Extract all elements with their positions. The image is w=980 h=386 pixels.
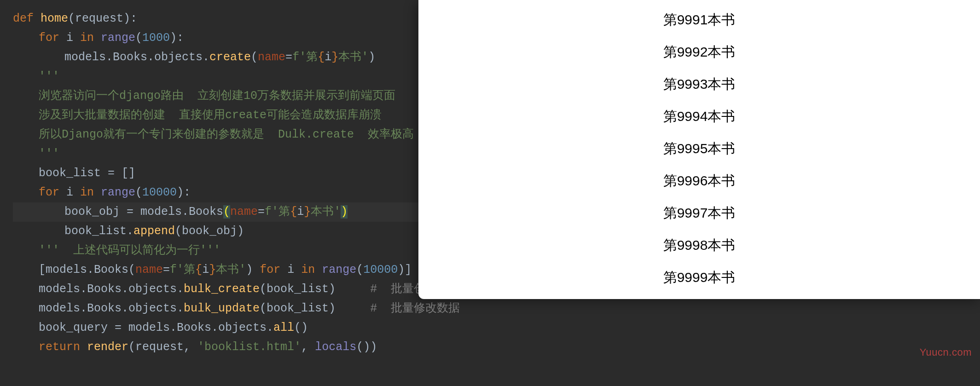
paren: ): [368, 51, 375, 64]
kwarg-name: name: [135, 263, 163, 277]
list-item: 第9997本书: [418, 197, 980, 229]
paren: (: [135, 186, 142, 199]
docstring-inline: ''' 上述代码可以简化为一行''': [39, 244, 220, 257]
list-item: 第9991本书: [418, 4, 980, 36]
code-line: book_query = models.Books.objects.all(): [13, 318, 552, 338]
browser-output-panel: 第9991本书 第9992本书 第9993本书 第9994本书 第9995本书 …: [418, 0, 980, 299]
args: (): [294, 321, 308, 334]
keyword-in: in: [80, 186, 101, 199]
eq: =: [285, 51, 292, 64]
docstring-text: 涉及到大批量数据的创建 直接使用create可能会造成数据库崩溃: [39, 109, 382, 122]
fstring-var: i: [202, 263, 209, 277]
class-books: Books: [94, 263, 128, 277]
params: (request):: [68, 12, 137, 25]
empty-list: []: [122, 167, 135, 180]
fstring-brace: }: [331, 51, 338, 64]
args: (book_list): [260, 282, 336, 296]
args: (book_obj): [175, 225, 244, 238]
number: 1000: [142, 31, 170, 45]
builtin-range: range: [101, 31, 135, 45]
list-item: 第9994本书: [418, 100, 980, 133]
expr: [models.: [39, 263, 94, 277]
fstring: f'第: [292, 51, 318, 64]
string: 'booklist.html': [197, 340, 301, 354]
paren: ): [246, 263, 260, 277]
expr: models.Books.objects.: [39, 302, 184, 315]
paren: )]: [398, 263, 412, 277]
fstring-end: 本书': [338, 51, 368, 64]
kwarg-name: name: [230, 205, 258, 219]
builtin-range: range: [322, 263, 356, 277]
paren: ):: [177, 186, 191, 199]
fstring-end: 本书': [311, 205, 341, 219]
function-name: home: [41, 12, 68, 25]
expr: models.Books.objects.: [39, 282, 184, 296]
docstring-text: 浏览器访问一个django路由 立刻创建10万条数据并展示到前端页面: [39, 89, 395, 103]
list-item: 第9995本书: [418, 133, 980, 165]
loop-var: i: [287, 263, 301, 277]
fstring-brace: {: [290, 205, 297, 219]
list-item: 第9998本书: [418, 229, 980, 261]
number: 10000: [142, 186, 177, 199]
loop-var: i: [66, 186, 80, 199]
fstring-brace: {: [318, 51, 325, 64]
class-books: Books: [189, 205, 223, 219]
number: 10000: [363, 263, 398, 277]
assign: book_list =: [39, 167, 122, 180]
eq: =: [258, 205, 265, 219]
method-create: create: [209, 51, 251, 64]
expr: book_query = models.Books.objects.: [39, 321, 273, 334]
builtin-locals: locals: [315, 340, 356, 354]
builtin-range: range: [101, 186, 135, 199]
paren: (: [135, 31, 142, 45]
fstring-brace: {: [195, 263, 202, 277]
method-all: all: [273, 321, 294, 334]
paren: ):: [170, 31, 184, 45]
code-line: models.Books.objects.bulk_update(book_li…: [13, 299, 552, 318]
fstring-brace: }: [304, 205, 311, 219]
fstring-end: 本书': [216, 263, 246, 277]
function-render: render: [87, 340, 128, 354]
fstring: f'第: [170, 263, 195, 277]
keyword-in: in: [301, 263, 322, 277]
fstring-var: i: [297, 205, 304, 219]
args: (request,: [128, 340, 197, 354]
keyword-def: def: [13, 12, 41, 25]
expr: book_list.: [64, 225, 133, 238]
fstring: f'第: [265, 205, 290, 219]
watermark-text: Yuucn.com: [920, 346, 972, 358]
fstring-brace: }: [209, 263, 216, 277]
keyword-for: for: [39, 186, 66, 199]
list-item: 第9996本书: [418, 165, 980, 197]
paren-match-close: ): [341, 205, 348, 219]
args: (book_list): [260, 302, 336, 315]
method-bulk-update: bulk_update: [184, 302, 260, 315]
comment: # 批量修改数据: [336, 302, 460, 315]
code-line: return render(request, 'booklist.html', …: [13, 338, 552, 357]
keyword-return: return: [39, 340, 87, 354]
paren: ()): [356, 340, 377, 354]
method-bulk-create: bulk_create: [184, 282, 260, 296]
list-item: 第9993本书: [418, 68, 980, 100]
keyword-in: in: [80, 31, 101, 45]
list-item: 第9999本书: [418, 261, 980, 294]
method-append: append: [133, 225, 175, 238]
keyword-for: for: [39, 31, 66, 45]
comma: ,: [301, 340, 315, 354]
kwarg-name: name: [258, 51, 285, 64]
paren: (: [251, 51, 258, 64]
docstring-close: ''': [39, 147, 59, 161]
eq: =: [163, 263, 170, 277]
paren-match-open: (: [223, 205, 230, 219]
paren: (: [356, 263, 363, 277]
paren: (: [128, 263, 135, 277]
browser-output-list[interactable]: 第9991本书 第9992本书 第9993本书 第9994本书 第9995本书 …: [418, 0, 980, 294]
list-item: 第9992本书: [418, 36, 980, 68]
fstring-var: i: [325, 51, 331, 64]
loop-var: i: [66, 31, 80, 45]
keyword-for: for: [260, 263, 287, 277]
expr: book_obj = models.: [64, 205, 189, 219]
expr: models.Books.objects.: [64, 51, 209, 64]
docstring-open: ''': [39, 70, 59, 83]
